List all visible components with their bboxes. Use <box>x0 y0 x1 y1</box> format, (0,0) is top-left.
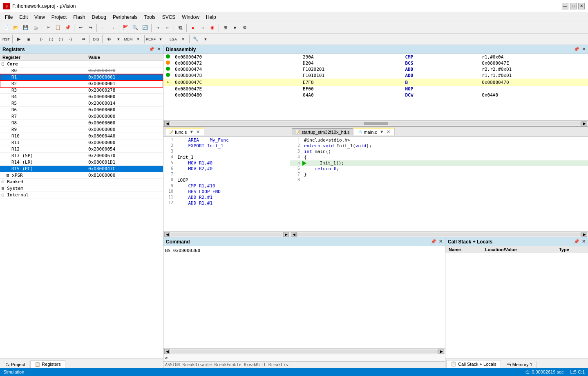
tb-replace[interactable]: 🔄 <box>141 23 150 32</box>
disasm-row[interactable]: 0x0800047E BF00 NOP <box>163 86 588 92</box>
right-hscroll-right[interactable]: ▶ <box>581 232 587 237</box>
tb-copy[interactable]: 📋 <box>54 23 63 32</box>
cmd-hscroll-track[interactable] <box>171 350 438 353</box>
table-row[interactable]: R6 0x00000000 <box>0 107 163 113</box>
tb-mem[interactable]: MEM <box>124 35 133 44</box>
menu-flash[interactable]: Flash <box>70 14 88 21</box>
disasm-row[interactable]: ➤ 0x0800047C E7F8 B 0x08000470 <box>163 79 588 86</box>
right-hscroll-left[interactable]: ◀ <box>291 232 297 237</box>
hscroll-right[interactable]: ▶ <box>581 121 587 126</box>
table-row[interactable]: R12 0x20000054 <box>0 146 163 153</box>
menu-peripherals[interactable]: Peripherals <box>110 14 141 21</box>
tb-indent[interactable]: ⇥ <box>153 23 162 32</box>
table-row[interactable]: R7 0x00000000 <box>0 113 163 120</box>
table-row[interactable]: R8 0x00000000 <box>0 120 163 126</box>
tb-watch1[interactable]: 👁 <box>104 35 113 44</box>
table-row[interactable]: R4 0x00000000 <box>0 94 163 100</box>
table-row[interactable]: R1 0x00000001 <box>0 74 163 81</box>
menu-debug[interactable]: Debug <box>89 14 110 21</box>
tab-callstack[interactable]: 📋 Call Stack + Locals <box>446 360 501 368</box>
tb-save-all[interactable]: 🗂 <box>31 23 40 32</box>
tb-build[interactable]: 🏗 <box>176 23 185 32</box>
command-hscroll[interactable]: ◀ ▶ <box>163 348 445 354</box>
menu-view[interactable]: View <box>31 14 48 21</box>
minimize-button[interactable]: — <box>562 3 568 9</box>
table-row[interactable]: R2 0x00000001 <box>0 81 163 87</box>
reg-core-header[interactable]: ⊟ Core <box>0 61 163 68</box>
tb-logic[interactable]: LGA <box>169 35 178 44</box>
tb-settings[interactable]: ⚙ <box>240 23 249 32</box>
hscroll-track[interactable] <box>171 122 581 125</box>
tb-step-into[interactable]: {↓} <box>47 35 56 44</box>
tb-logic2[interactable]: ▼ <box>179 35 188 44</box>
tb-find[interactable]: 🔍 <box>131 23 140 32</box>
tb-open[interactable]: 📂 <box>11 23 20 32</box>
funcs-dropdown[interactable]: ▼ <box>188 129 195 135</box>
tb-debug1[interactable]: ● <box>188 23 197 32</box>
disasm-row[interactable]: 0x08000474 F1020201 ADD r2,r2,#0x01 <box>163 66 588 72</box>
table-row[interactable]: ⊟ Internal <box>0 192 163 198</box>
mainc-dropdown[interactable]: ▼ <box>379 129 385 135</box>
tb-disasm-btn[interactable]: DIS <box>92 35 101 44</box>
tb-debug2[interactable]: ○ <box>198 23 207 32</box>
close-button[interactable]: ✕ <box>578 3 585 9</box>
left-editor-content[interactable]: 1 AREA My_Func 2 EXPORT Init_1 3 4 Ini <box>163 137 290 231</box>
tb-new[interactable]: 📄 <box>2 23 11 32</box>
menu-tools[interactable]: Tools <box>141 14 159 21</box>
callstack-close[interactable]: ✕ <box>582 239 586 244</box>
table-row[interactable]: R13 (SP) 0x20000670 <box>0 153 163 159</box>
table-row[interactable]: ⊟ System <box>0 185 163 192</box>
funcs-close[interactable]: ✕ <box>195 129 201 135</box>
left-editor-hscroll[interactable]: ◀ ▶ <box>163 231 290 237</box>
table-row[interactable]: R15 (PC) 0x0800047C <box>0 166 163 172</box>
cmd-hscroll-left[interactable]: ◀ <box>164 349 170 354</box>
table-row[interactable]: R11 0x00000000 <box>0 140 163 146</box>
table-row[interactable]: R14 (LR) 0x080001D1 <box>0 159 163 166</box>
tb-bookmark[interactable]: 🚩 <box>121 23 130 32</box>
registers-close[interactable]: ✕ <box>157 47 161 52</box>
hscroll-left[interactable]: ◀ <box>164 121 170 126</box>
left-hscroll-left[interactable]: ◀ <box>164 232 170 237</box>
table-row[interactable]: ⊞ xPSR 0x81000000 <box>0 172 163 179</box>
table-row[interactable]: R10 0x080004A0 <box>0 133 163 140</box>
tab-project[interactable]: 🗂 Project <box>1 361 29 368</box>
tb-reset[interactable]: RST <box>2 35 11 44</box>
tb-nav-fwd[interactable]: → <box>108 23 117 32</box>
tb-more1[interactable]: ⊞ <box>221 23 230 32</box>
menu-help[interactable]: Help <box>203 14 219 21</box>
tb-save[interactable]: 💾 <box>21 23 30 32</box>
cmd-hscroll-right[interactable]: ▶ <box>438 349 444 354</box>
disassembly-content[interactable]: 0x08000470 290A CMP r1,#0x0A 0x08000472 … <box>163 54 588 120</box>
callstack-pin[interactable]: 📌 <box>574 239 579 244</box>
tab-memory1[interactable]: 🗃 Memory 1 <box>502 361 537 368</box>
tb-perf2[interactable]: ▼ <box>156 35 165 44</box>
tb-step-over[interactable]: {} <box>37 35 46 44</box>
tb-step-micro[interactable]: {} <box>66 35 75 44</box>
table-row[interactable]: R3 0x20000278 <box>0 87 163 94</box>
command-content[interactable]: BS 0x08000360 <box>163 246 445 348</box>
tb-step-out[interactable]: {↑} <box>56 35 65 44</box>
tab-startup[interactable]: 📝 startup_stm32f10x_hd.s <box>292 128 353 135</box>
tab-mainc[interactable]: 📄 main.c ▼ ✕ <box>354 128 394 135</box>
tb-more2[interactable]: ▼ <box>230 23 239 32</box>
disassembly-close[interactable]: ✕ <box>582 47 586 52</box>
disassembly-hscroll[interactable]: ◀ ▶ <box>163 120 588 126</box>
menu-project[interactable]: Project <box>48 14 70 21</box>
right-editor-hscroll[interactable]: ◀ ▶ <box>290 231 588 237</box>
disasm-row[interactable]: 0x08000480 04A0 DCW 0x04A0 <box>163 92 588 98</box>
maximize-button[interactable]: □ <box>570 3 577 9</box>
tab-registers[interactable]: 📋 Registers <box>30 360 65 368</box>
tb-tools-debug[interactable]: 🔧 <box>191 35 200 44</box>
tb-undo[interactable]: ↩ <box>76 23 85 32</box>
mainc-close[interactable]: ✕ <box>386 129 391 135</box>
disasm-row[interactable]: 0x08000470 290A CMP r1,#0x0A <box>163 54 588 60</box>
tb-cut[interactable]: ✂ <box>44 23 53 32</box>
tb-watch2[interactable]: ▼ <box>114 35 123 44</box>
table-row[interactable]: R0 0x20000070 <box>0 68 163 74</box>
tb-stop[interactable]: ■ <box>24 35 33 44</box>
right-editor-content[interactable]: 1 #include<stdio.h> 2 extern void Init_1… <box>290 137 588 231</box>
menu-edit[interactable]: Edit <box>16 14 31 21</box>
menu-file[interactable]: File <box>2 14 16 21</box>
left-hscroll-right[interactable]: ▶ <box>283 232 289 237</box>
tb-outdent[interactable]: ⇤ <box>163 23 172 32</box>
